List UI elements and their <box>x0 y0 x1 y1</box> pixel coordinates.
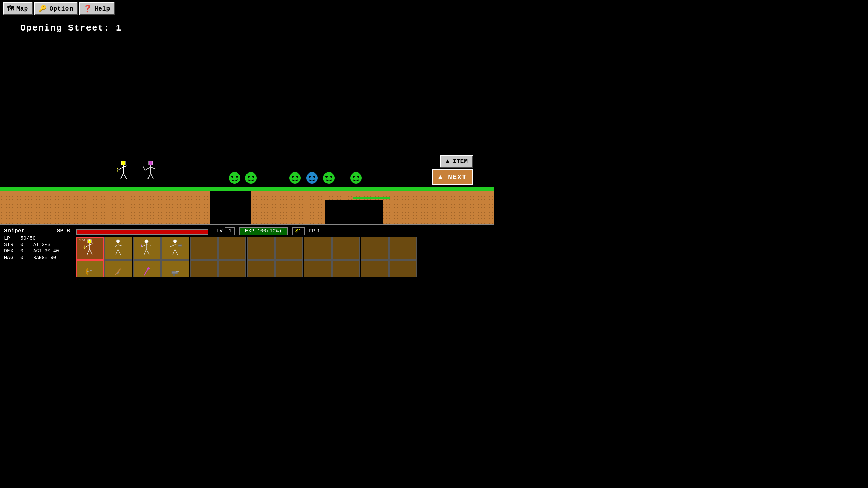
option-button[interactable]: 🔑 Option <box>34 2 78 15</box>
svg-line-36 <box>87 249 90 255</box>
inventory-char-4[interactable] <box>190 237 218 260</box>
svg-line-50 <box>146 249 149 255</box>
svg-point-64 <box>147 267 150 269</box>
inventory-weapon-7[interactable] <box>275 260 303 277</box>
svg-point-29 <box>350 172 362 184</box>
mag-label: MAG <box>4 255 18 261</box>
inventory-char-2[interactable] <box>133 237 161 260</box>
inv-cell-label-0: PLAYER <box>78 238 90 242</box>
svg-line-12 <box>148 173 151 179</box>
svg-point-26 <box>323 172 335 184</box>
inventory-char-10[interactable] <box>361 237 389 260</box>
svg-point-23 <box>306 172 318 184</box>
str-value: 0 <box>20 242 31 248</box>
svg-rect-58 <box>178 245 182 246</box>
dex-value: 0 <box>20 248 31 254</box>
svg-point-25 <box>313 176 315 178</box>
inventory-char-11[interactable] <box>389 237 417 260</box>
inventory-char-3[interactable] <box>161 237 189 260</box>
svg-point-16 <box>236 176 238 178</box>
hp-bar-fill <box>77 230 208 234</box>
inventory-char-8[interactable] <box>304 237 332 260</box>
svg-line-35 <box>90 244 93 245</box>
svg-line-42 <box>118 245 122 246</box>
item-button[interactable]: ▲ ITEM <box>440 155 473 168</box>
svg-line-34 <box>85 245 90 247</box>
svg-line-10 <box>151 167 155 169</box>
inventory-char-6[interactable] <box>247 237 275 260</box>
location-text: Opening Street: 1 <box>20 23 122 33</box>
svg-point-27 <box>326 176 328 178</box>
lp-label: LP <box>4 236 18 241</box>
class-name: Sniper <box>4 228 25 234</box>
hud: Sniper SP 0 LP 50/50 STR 0 AT 2-3 DEX 0 … <box>0 224 494 277</box>
svg-line-44 <box>118 249 121 255</box>
svg-line-49 <box>144 249 146 255</box>
lv-display: LV 1 <box>216 227 235 235</box>
at-display: AT 2-3 <box>33 242 50 248</box>
svg-point-22 <box>296 176 298 178</box>
mag-value: 0 <box>20 255 31 261</box>
svg-line-63 <box>144 268 149 275</box>
svg-line-54 <box>170 245 175 247</box>
inventory-weapon-9[interactable] <box>332 260 360 277</box>
exp-display: EXP 100(10%) <box>239 227 288 235</box>
enemy-character-1 <box>142 160 161 187</box>
inventory-weapon-10[interactable] <box>361 260 389 277</box>
svg-point-17 <box>245 172 257 184</box>
inventory-char-7[interactable] <box>275 237 303 260</box>
svg-line-2 <box>119 167 123 170</box>
inventory-weapon-5[interactable] <box>218 260 246 277</box>
lp-value: 50/50 <box>20 236 31 241</box>
svg-point-30 <box>353 176 355 178</box>
svg-rect-0 <box>121 161 125 165</box>
next-button[interactable]: ▲ NEXT <box>432 169 473 185</box>
hp-bar-row: LV 1 EXP 100(10%) $1 FP 1 <box>75 225 494 236</box>
svg-point-39 <box>116 240 120 243</box>
game-world: ▲ NEXT ▲ ITEM <box>0 0 494 224</box>
svg-line-5 <box>123 173 127 179</box>
inventory-weapon-3[interactable] <box>161 260 189 277</box>
main-hud-area: LV 1 EXP 100(10%) $1 FP 1 PLAYER <box>75 225 494 277</box>
lv-value: 1 <box>225 227 235 235</box>
map-label: Map <box>16 5 28 12</box>
inventory-weapon-1[interactable] <box>104 260 132 277</box>
location-value: Opening Street: 1 <box>20 23 122 33</box>
inventory-weapon-4[interactable] <box>190 260 218 277</box>
enemy-smiley-6 <box>349 171 363 186</box>
weapon-row <box>76 260 492 277</box>
inventory-weapon-8[interactable] <box>304 260 332 277</box>
inventory-weapon-6[interactable] <box>247 260 275 277</box>
option-label: Option <box>49 5 73 12</box>
svg-line-9 <box>145 167 151 170</box>
svg-point-19 <box>252 176 254 178</box>
enemy-smiley-3 <box>288 171 302 186</box>
inventory-char-1[interactable] <box>104 237 132 260</box>
enemy-smiley-1 <box>228 171 241 186</box>
fp-display: FP 1 <box>309 228 320 234</box>
map-button[interactable]: 🗺 Map <box>3 2 33 15</box>
inventory-char-9[interactable] <box>332 237 360 260</box>
inventory-char-0[interactable]: PLAYER <box>76 237 104 260</box>
svg-line-57 <box>175 249 178 255</box>
enemy-smiley-5 <box>322 171 336 186</box>
next-label: ▲ NEXT <box>438 173 467 181</box>
inventory-weapon-2[interactable] <box>133 260 161 277</box>
inventory-weapon-0[interactable] <box>76 260 104 277</box>
inventory-char-5[interactable] <box>218 237 246 260</box>
svg-point-21 <box>292 176 294 178</box>
dex-label: DEX <box>4 248 18 254</box>
svg-line-48 <box>146 245 151 245</box>
key-icon: 🔑 <box>38 4 47 13</box>
svg-line-13 <box>151 173 153 179</box>
svg-line-37 <box>90 249 92 255</box>
svg-line-47 <box>142 245 146 247</box>
character-row: PLAYER <box>76 237 492 260</box>
svg-point-28 <box>330 176 332 178</box>
svg-point-45 <box>145 240 148 243</box>
svg-line-56 <box>173 249 175 255</box>
help-button[interactable]: ❓ Help <box>79 2 115 15</box>
inventory-weapon-11[interactable] <box>389 260 417 277</box>
svg-point-15 <box>231 176 233 178</box>
svg-line-51 <box>141 244 142 247</box>
